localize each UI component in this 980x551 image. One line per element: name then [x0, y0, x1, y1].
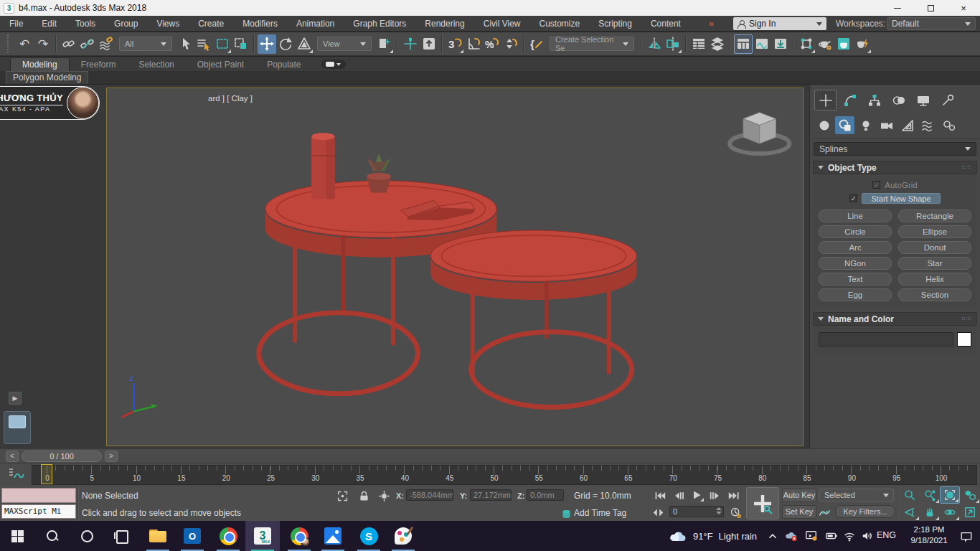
- ribbon-tab-selection[interactable]: Selection: [127, 58, 185, 71]
- workspace-dropdown[interactable]: Default: [887, 17, 976, 30]
- y-coordinate-field[interactable]: 27.172mm: [470, 489, 512, 501]
- menu-group[interactable]: Group: [105, 16, 147, 32]
- object-name-field[interactable]: [819, 332, 953, 347]
- hierarchy-tab[interactable]: [863, 90, 885, 110]
- toggle-ribbon-button[interactable]: [734, 34, 753, 54]
- shape-button-helix[interactable]: Helix: [898, 273, 971, 286]
- shape-button-egg[interactable]: Egg: [819, 288, 892, 301]
- time-configuration-button[interactable]: [727, 505, 743, 519]
- select-and-rotate-button[interactable]: [276, 34, 295, 54]
- 3dsmax-taskbar-button[interactable]: 3MAX: [245, 521, 280, 551]
- cortana-button[interactable]: [70, 521, 104, 551]
- rendered-frame-window-button[interactable]: [834, 34, 853, 54]
- orbit-button[interactable]: [940, 504, 960, 521]
- select-object-button[interactable]: [176, 34, 194, 54]
- menu-content[interactable]: Content: [641, 16, 690, 32]
- battery-icon[interactable]: [824, 529, 839, 543]
- render-setup-button[interactable]: [816, 34, 834, 54]
- volume-icon[interactable]: [859, 529, 875, 543]
- render-production-button[interactable]: [853, 34, 872, 54]
- shape-button-star[interactable]: Star: [898, 257, 971, 270]
- menu-edit[interactable]: Edit: [32, 16, 66, 32]
- bind-to-space-warp-icon[interactable]: [97, 34, 116, 54]
- zoom-button[interactable]: [900, 486, 920, 504]
- skype-button[interactable]: S: [352, 521, 386, 551]
- close-button[interactable]: ×: [947, 0, 980, 16]
- task-view-button[interactable]: [104, 521, 138, 551]
- absolute-offset-mode-toggle[interactable]: [376, 489, 392, 503]
- action-center-button[interactable]: [958, 529, 974, 544]
- language-indicator[interactable]: ENG: [877, 530, 896, 540]
- menu-scripting[interactable]: Scripting: [589, 16, 641, 32]
- onedrive-icon[interactable]: [783, 529, 799, 543]
- taskbar-clock[interactable]: 2:18 PM 9/18/2021: [905, 524, 953, 546]
- maximize-viewport-toggle[interactable]: [960, 504, 980, 521]
- object-color-swatch[interactable]: [957, 332, 971, 347]
- frame-spinner[interactable]: [716, 507, 722, 514]
- go-to-end-button[interactable]: [725, 488, 742, 503]
- shape-button-ellipse[interactable]: Ellipse: [898, 225, 971, 238]
- autogrid-checkbox[interactable]: ✓: [872, 181, 880, 189]
- percent-snap-toggle[interactable]: %: [483, 34, 501, 54]
- current-frame-field[interactable]: 0: [669, 506, 724, 517]
- chrome-button[interactable]: [211, 521, 245, 551]
- perspective-viewport[interactable]: z: [106, 88, 804, 446]
- menu-views[interactable]: Views: [147, 16, 189, 32]
- display-connect-icon[interactable]: [804, 529, 819, 543]
- key-filters-button[interactable]: Key Filters...: [835, 505, 895, 518]
- select-and-link-icon[interactable]: [60, 34, 78, 54]
- file-explorer-button[interactable]: [141, 521, 175, 551]
- zoom-all-button[interactable]: [920, 486, 940, 504]
- systems-category-button[interactable]: [939, 116, 958, 134]
- spinner-snap-toggle[interactable]: [501, 34, 520, 54]
- unlink-selection-icon[interactable]: [78, 34, 97, 54]
- name-and-color-rollout-header[interactable]: Name and Color ⁙⁙: [813, 312, 977, 326]
- pan-view-button[interactable]: [920, 504, 940, 521]
- menu-graph-editors[interactable]: Graph Editors: [344, 16, 415, 32]
- helpers-category-button[interactable]: [897, 116, 917, 134]
- ribbon-tab-freeform[interactable]: Freeform: [70, 58, 128, 71]
- select-and-scale-button[interactable]: [295, 34, 314, 54]
- shape-button-line[interactable]: Line: [819, 209, 892, 222]
- material-editor-button[interactable]: [797, 34, 816, 54]
- menu-overflow-chevron-icon[interactable]: »: [709, 18, 714, 29]
- named-selection-sets-dropdown[interactable]: Create Selection Se: [550, 37, 634, 51]
- zoom-extents-all-button[interactable]: [960, 486, 980, 504]
- menu-rendering[interactable]: Rendering: [415, 16, 473, 32]
- scroll-right-arrow-button[interactable]: ▶: [9, 392, 22, 405]
- photos-button[interactable]: [316, 521, 350, 551]
- time-slider-marker[interactable]: [41, 464, 52, 484]
- ribbon-minimize-button[interactable]: [321, 60, 346, 69]
- curve-editor-button[interactable]: [753, 34, 771, 54]
- viewport-layout-tab[interactable]: [4, 411, 31, 444]
- angle-snap-toggle[interactable]: [464, 34, 483, 54]
- key-mode-toggle[interactable]: [650, 505, 666, 519]
- wifi-icon[interactable]: [842, 529, 857, 543]
- previous-frame-playback-button[interactable]: [670, 488, 687, 503]
- paint3d-button[interactable]: [386, 521, 420, 551]
- track-bar-ruler[interactable]: 0510152025303540455055606570758085909510…: [32, 465, 977, 485]
- isolate-selection-toggle[interactable]: [334, 489, 350, 503]
- mirror-button[interactable]: [645, 34, 664, 54]
- menu-tools[interactable]: Tools: [66, 16, 105, 32]
- toggle-layer-explorer-button[interactable]: [708, 34, 727, 54]
- outlook-button[interactable]: O: [175, 521, 209, 551]
- undo-button[interactable]: ↶: [15, 34, 34, 54]
- zoom-extents-button[interactable]: [940, 486, 960, 504]
- menu-modifiers[interactable]: Modifiers: [233, 16, 287, 32]
- play-animation-button[interactable]: [688, 487, 705, 502]
- time-slider-frame-display[interactable]: 0 / 100: [22, 451, 102, 462]
- add-time-tag-button[interactable]: Add Time Tag: [574, 508, 626, 518]
- key-filters-icon[interactable]: [816, 505, 832, 519]
- utilities-tab[interactable]: [936, 90, 958, 110]
- sign-in-button[interactable]: Sign In: [733, 17, 826, 30]
- use-pivot-point-center-button[interactable]: [375, 34, 394, 54]
- menu-file[interactable]: File: [0, 16, 32, 32]
- align-button[interactable]: [664, 34, 682, 54]
- set-key-button[interactable]: Set Key: [782, 505, 816, 519]
- next-frame-button[interactable]: >: [105, 451, 118, 462]
- ribbon-tab-modeling[interactable]: Modeling: [10, 57, 70, 71]
- z-coordinate-field[interactable]: 0.0mm: [527, 489, 564, 501]
- geometry-category-button[interactable]: [814, 116, 834, 134]
- maximize-button[interactable]: [914, 0, 947, 16]
